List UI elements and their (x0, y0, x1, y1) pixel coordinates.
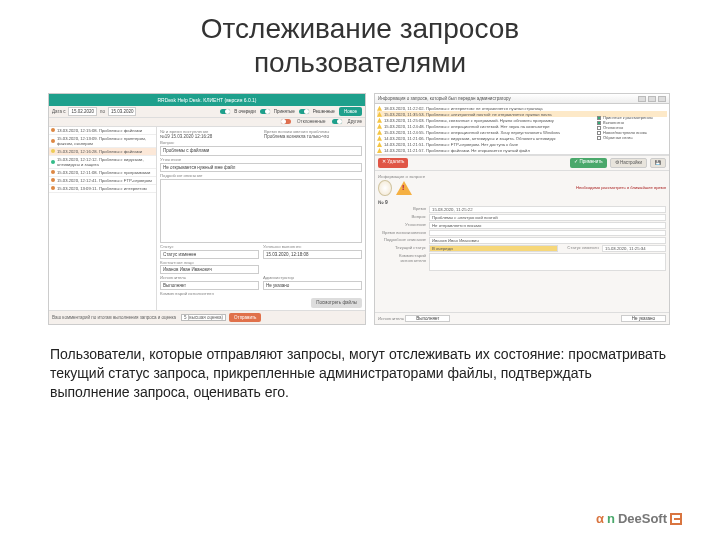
filter-row2: Отклоненные Другие (49, 118, 365, 126)
kv-clarify: Не отправляется письмо (429, 222, 666, 229)
maximize-icon[interactable] (648, 96, 656, 102)
toggle-rejected[interactable] (281, 119, 291, 124)
window-titlebar: RRDesk Help Desk. КЛИЕНТ (версия 6.0.1) (49, 94, 365, 106)
list-item[interactable]: 13.03.2020, 12:15:08. Проблемы с файлами (49, 127, 156, 135)
admin-field: Не указано (263, 281, 362, 290)
status-dot-icon (51, 139, 55, 143)
toggle-resolved[interactable] (299, 109, 309, 114)
legend: Принятые к рассмотрению Выполнено Отклон… (597, 116, 667, 140)
clarify-field[interactable]: Не открывается нужный мне файл (160, 163, 362, 172)
status-dot-icon (51, 149, 55, 153)
screenshot-admin: Информация о запросе, который был переда… (374, 93, 670, 325)
executor-field: Выполняет (160, 281, 259, 290)
date-from-label: Дата с (52, 109, 65, 114)
date-from[interactable]: 15.02.2020 (68, 107, 97, 116)
kv-status: В очереди (429, 245, 558, 252)
status-dot-icon (51, 186, 55, 190)
warning-icon (377, 118, 382, 123)
warning-icon (377, 106, 382, 111)
request-number: № 9 (378, 199, 666, 205)
kv-time: 15.03.2020, 11:25:22 (429, 206, 666, 213)
screenshot-client: RRDesk Help Desk. КЛИЕНТ (версия 6.0.1) … (48, 93, 366, 325)
kv-comment[interactable] (429, 253, 666, 271)
screenshots-row: RRDesk Help Desk. КЛИЕНТ (версия 6.0.1) … (48, 93, 672, 325)
view-files-button[interactable]: Посмотреть файлы (311, 298, 362, 307)
filter-toggles: В очереди Принятые Решенные Новое (220, 107, 362, 116)
status-dot-icon (51, 160, 55, 164)
save-icon[interactable]: 💾 (650, 158, 666, 167)
status-dot-icon (51, 128, 55, 132)
send-button[interactable]: Отправить (229, 313, 261, 322)
logo-icon (670, 513, 682, 525)
action-bar: ✕ Удалить ✓ Применить ⚙ Настройки 💾 (375, 155, 669, 170)
list-item[interactable]: 15.03.2020, 13:09:11. Проблемы с интерне… (49, 185, 156, 193)
date-to-label: по (100, 109, 105, 114)
subject-field[interactable]: Проблемы с файлами (160, 146, 362, 155)
warning-icon (377, 112, 382, 117)
status-dot-icon (51, 178, 55, 182)
kv-changed: 15.03.2020, 11:25:34 (602, 245, 666, 252)
footer-value: Не указано (621, 315, 666, 322)
issue-row[interactable]: 14.03.2020, 11:21:57. Проблемы с файлами… (377, 147, 667, 153)
request-detail: № и время поступления №19 15.03.2020 12:… (157, 127, 365, 326)
apply-button[interactable]: ✓ Применить (570, 158, 607, 167)
warning-icon (377, 124, 382, 129)
status-field: Статус изменен (160, 250, 259, 259)
avatar-icon (378, 180, 392, 196)
list-item[interactable]: 15.03.2020, 12:12:12. Проблемы с вирусам… (49, 156, 156, 169)
done-field: 15.03.2020, 12:18:08 (263, 250, 362, 259)
date-to[interactable]: 15.03.2020 (108, 107, 137, 116)
toggle-accepted[interactable] (260, 109, 270, 114)
toggle-other[interactable] (332, 119, 342, 124)
close-icon[interactable] (658, 96, 666, 102)
info-footer: Исполнитель Выполняет Не указано (375, 312, 669, 324)
list-item[interactable]: 15.03.2020, 12:12:41. Проблемы с FTP-сер… (49, 177, 156, 185)
list-item[interactable]: 15.03.2020, 12:11:08. Проблемы с програм… (49, 169, 156, 177)
warning-icon (377, 148, 382, 153)
delete-button[interactable]: ✕ Удалить (378, 158, 408, 167)
minimize-icon[interactable] (638, 96, 646, 102)
footer-executor: Выполняет (405, 315, 450, 322)
footer: Ваш комментарий по итогам выполнения зап… (49, 310, 365, 324)
kv-desc: Иванов Иван Иванович (429, 237, 666, 244)
warning-icon (377, 142, 382, 147)
brand-logo: αnDeeSoft (596, 511, 682, 526)
new-button[interactable]: Новое (339, 107, 362, 116)
status-dot-icon (51, 170, 55, 174)
priority-note: Необходимо рассмотреть в ближайшее время (416, 185, 666, 190)
rating-select[interactable]: 5 (высшая оценка) (181, 314, 226, 321)
slide-description: Пользователи, которые отправляют запросы… (50, 345, 670, 402)
toolbar: Дата с 15.02.2020 по 15.03.2020 В очеред… (49, 106, 365, 118)
list-item[interactable]: 15.03.2020, 12:13:09. Проблемы с принтер… (49, 135, 156, 148)
warning-icon (396, 181, 412, 195)
description-field[interactable] (160, 179, 362, 243)
contact-field: Иванов Иван Иванович (160, 265, 259, 274)
kv-occur (429, 230, 666, 235)
warning-icon (377, 136, 382, 141)
settings-button[interactable]: ⚙ Настройки (610, 158, 647, 167)
window-titlebar: Информация о запросе, который был переда… (375, 94, 669, 104)
warning-icon (377, 130, 382, 135)
toggle-queue[interactable] (220, 109, 230, 114)
slide-title: Отслеживание запросов пользователями (0, 12, 720, 79)
kv-subject: Проблемы с электронной почтой (429, 214, 666, 221)
request-list[interactable]: 13.03.2020, 12:15:08. Проблемы с файлами… (49, 127, 157, 326)
list-item[interactable]: 15.03.2020, 12:16:28. Проблемы с файлами (49, 148, 156, 156)
request-info: Информация о запросе Необходимо рассмотр… (375, 171, 669, 312)
